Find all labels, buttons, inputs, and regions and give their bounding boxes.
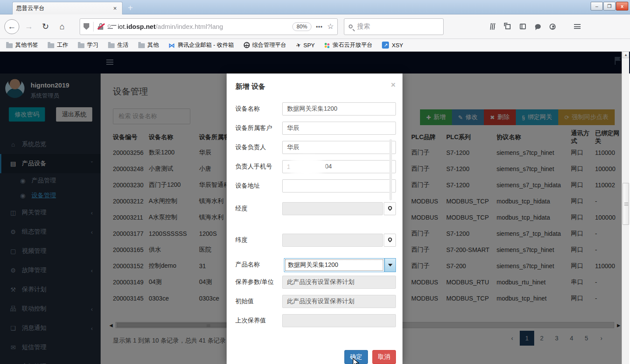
cancel-button[interactable]: 取消 [372, 350, 396, 364]
url-bar[interactable]: iot.idosp.net/admin/index.html?lang 80% … [80, 18, 338, 35]
bookmark-tencent-mail[interactable]: ⋈腾讯企业邮箱 - 收件箱 [168, 41, 234, 49]
page-actions-icon[interactable]: ••• [316, 24, 323, 30]
field-label: 经度 [235, 205, 248, 213]
xsy-icon: ↗ [382, 42, 389, 49]
last-maintain-input [282, 314, 396, 327]
field-label: 设备名称 [235, 105, 260, 113]
modal-close-icon[interactable]: × [391, 80, 396, 90]
field-label: 产品名称 [235, 261, 260, 269]
back-button[interactable]: ← [4, 19, 19, 34]
map-pin-icon [387, 205, 393, 211]
tab-close-icon[interactable]: × [112, 5, 119, 12]
page-scrollbar[interactable]: ▲ [622, 52, 629, 364]
folder-icon [78, 43, 84, 48]
mouse-cursor [353, 358, 360, 364]
mail-icon: ⋈ [168, 42, 175, 49]
add-device-modal: 新增 设备 × 设备名称 数据网关采集1200 设备所属客户 华辰 设备负责人 … [227, 74, 402, 364]
folder-icon [108, 43, 115, 48]
tracking-shield-icon[interactable] [84, 23, 89, 30]
map-pin-button[interactable] [384, 234, 396, 247]
spy-icon: ✈ [295, 41, 301, 49]
product-select[interactable]: 数据网关采集1200 [284, 258, 385, 272]
bookmark-folder-work[interactable]: 工作 [48, 41, 68, 49]
home-button[interactable]: ⌂ [55, 20, 69, 34]
bookmarks-bar: 其他书签 工作 学习 生活 其他 ⋈腾讯企业邮箱 - 收件箱 综合管理平台 ✈S… [0, 39, 630, 52]
permissions-icon[interactable] [108, 24, 114, 29]
bookmark-spy[interactable]: ✈SPY [296, 42, 315, 49]
phone-visible-digits: 04 [325, 163, 332, 170]
bookmark-xsy[interactable]: ↗XSY [382, 42, 403, 49]
scrollbar-thumb[interactable] [623, 183, 629, 225]
bookmark-folder-misc[interactable]: 其他 [138, 41, 159, 49]
scroll-up-icon[interactable]: ▲ [623, 52, 629, 58]
maintain-param-input: 此产品没有设置保养计划 [282, 276, 396, 289]
select-dropdown-button[interactable] [385, 258, 396, 272]
new-tab-button[interactable]: + [128, 4, 133, 12]
tab-title: 思普云平台 [16, 4, 112, 12]
field-label: 纬度 [235, 236, 248, 244]
account-icon[interactable] [545, 20, 560, 33]
app-viewport: hignton2019 系统管理员 修改密码 退出系统 ⌂ 系统总览 ▤ 产品设… [0, 52, 630, 364]
customer-input[interactable]: 华辰 [282, 122, 396, 135]
field-label: 设备地址 [235, 182, 260, 190]
bookmark-star-icon[interactable]: ☆ [327, 22, 334, 31]
ys7-icon [324, 42, 330, 48]
browser-titlebar: 思普云平台 × + – ❐ x [0, 0, 630, 14]
address-input[interactable] [282, 179, 396, 192]
modal-title: 新增 设备 [235, 82, 265, 91]
map-pin-button[interactable] [384, 202, 396, 215]
window-close-button[interactable]: x [616, 2, 628, 10]
reload-button[interactable]: ↻ [38, 20, 52, 34]
longitude-input [282, 202, 383, 215]
latitude-input [282, 234, 383, 247]
screenshot-icon[interactable] [500, 20, 515, 33]
forward-button[interactable]: → [22, 20, 36, 34]
field-label: 上次保养值 [235, 317, 266, 325]
library-icon[interactable] [486, 20, 500, 33]
modal-body: 设备名称 数据网关采集1200 设备所属客户 华辰 设备负责人 华辰 负责人手机… [227, 102, 402, 333]
caret-down-icon [388, 264, 392, 269]
window-restore-button[interactable]: ❐ [603, 2, 616, 10]
map-pin-icon [387, 237, 393, 242]
browser-tab[interactable]: 思普云平台 × [12, 2, 122, 14]
folder-icon [6, 43, 13, 48]
manager-input[interactable]: 华辰 [282, 141, 396, 154]
bookmark-folder-study[interactable]: 学习 [78, 41, 98, 49]
zoom-level-badge[interactable]: 80% [292, 22, 312, 31]
globe-icon [244, 42, 250, 48]
folder-icon [138, 43, 145, 48]
field-label: 初始值 [235, 298, 254, 305]
field-label: 负责人手机号 [235, 163, 272, 171]
search-icon [349, 24, 353, 28]
divider [93, 22, 94, 32]
bookmark-folder-other[interactable]: 其他书签 [6, 41, 38, 49]
search-bar[interactable]: 搜索 [344, 18, 444, 35]
field-label: 设备负责人 [235, 144, 266, 151]
sidebar-toggle-icon[interactable] [515, 20, 530, 33]
field-label: 保养参数/单位 [235, 278, 274, 286]
search-placeholder: 搜索 [357, 22, 370, 31]
bookmark-folder-life[interactable]: 生活 [108, 41, 129, 49]
bookmark-ys7-platform[interactable]: 萤石云开放平台 [324, 41, 372, 49]
field-label: 设备所属客户 [235, 124, 272, 132]
bookmark-mgmt-platform[interactable]: 综合管理平台 [244, 41, 287, 49]
device-name-input[interactable]: 数据网关采集1200 [282, 102, 396, 116]
screen: 思普云平台 × + – ❐ x ← → ↻ ⌂ iot.idosp.net/ad… [0, 0, 630, 364]
url-text: iot.idosp.net/admin/index.html?lang [118, 23, 292, 30]
modal-scrollbar[interactable] [389, 139, 392, 200]
menu-hamburger-icon[interactable] [570, 20, 584, 33]
privacy-blur [287, 157, 326, 177]
messages-icon[interactable] [530, 20, 545, 33]
insecure-lock-icon[interactable] [98, 23, 104, 30]
folder-icon [48, 43, 54, 48]
initial-value-input: 此产品没有设置保养计划 [282, 295, 396, 308]
browser-navbar: ← → ↻ ⌂ iot.idosp.net/admin/index.html?l… [0, 14, 630, 39]
window-minimize-button[interactable]: – [591, 2, 603, 10]
